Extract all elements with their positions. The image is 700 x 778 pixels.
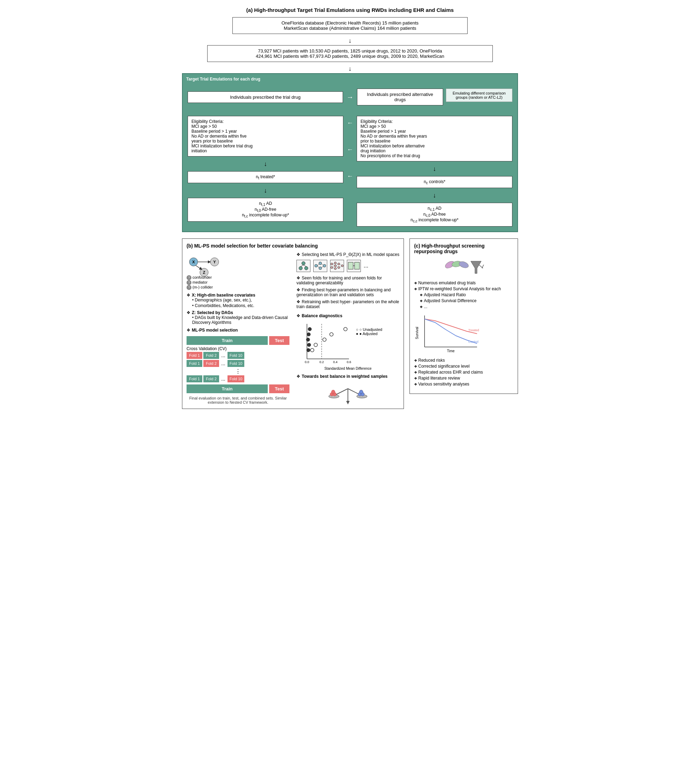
- c-bot-5: Various sensitivity analyses: [414, 382, 513, 387]
- svg-point-13: [315, 264, 317, 267]
- c-bot-4: Rapid literature review: [414, 376, 513, 381]
- treated-box: nt treated*: [188, 171, 343, 183]
- svg-rect-40: [355, 262, 360, 269]
- svg-text:0.4: 0.4: [333, 360, 338, 364]
- balance-scale: [297, 382, 399, 404]
- survival-chart: Survival Time Treated Control: [414, 312, 513, 355]
- svg-point-22: [331, 267, 333, 269]
- x-bullets: Demographics (age, sex, etc.), Comorbidi…: [192, 297, 290, 308]
- arrow-elig: ←: [347, 119, 353, 127]
- svg-line-12: [303, 265, 306, 267]
- fold1-green-2: Fold 1: [187, 360, 202, 367]
- elig-left: Eligibility Criteria: MCI age > 50 Basel…: [188, 116, 343, 157]
- section-c: (c) High-throughput screening repurposin…: [410, 239, 518, 394]
- col1-header-box: Individuals prescribed the trial drug: [188, 92, 343, 103]
- section-b-title: (b) ML-PS model selection for better cov…: [187, 243, 399, 249]
- fold-row-last: Fold 1 Fold 2 ... Fold 10: [187, 376, 290, 382]
- svg-point-56: [306, 338, 310, 341]
- svg-line-36: [337, 267, 338, 269]
- c-bottom-bullets: Reduced risks Corrected significance lev…: [414, 358, 513, 387]
- svg-line-33: [337, 263, 338, 264]
- train-bar-bottom: Train: [187, 384, 268, 393]
- survival-svg: Survival Time Treated Control: [414, 312, 480, 354]
- section-b: (b) ML-PS model selection for better cov…: [182, 239, 404, 409]
- selecting-label: ❖Selecting best ML-PS P_Θ(Z|X) in ML mod…: [297, 252, 399, 257]
- test-bar-bottom: Test: [269, 384, 290, 393]
- c-bot-2: Corrected significance level: [414, 364, 513, 369]
- mlps-label-area: ❖ML-PS model selection: [187, 328, 290, 332]
- train-test-row-main: Train Test: [187, 336, 290, 345]
- fold-row-1: Fold 1 Fold 2 ... Fold 10: [187, 352, 290, 359]
- model-icons-row: ...: [297, 260, 399, 272]
- arrow-treat: ←: [347, 146, 353, 154]
- fold2-red-2: Fold 2: [203, 360, 219, 367]
- model-dots: ...: [363, 262, 368, 269]
- c-bullets: Numerous emulated drug trials IPTW re-we…: [414, 280, 513, 309]
- fold10-green-1: Fold 10: [228, 352, 245, 359]
- svg-line-29: [333, 263, 334, 264]
- svg-line-11: [301, 265, 303, 267]
- db-line1: OneFlorida database (Electronic Health R…: [237, 20, 463, 25]
- arrow-down-2: ↓: [182, 65, 518, 72]
- model-icon-box: [347, 260, 361, 272]
- svg-point-26: [338, 263, 340, 265]
- svg-point-66: [332, 390, 335, 394]
- section-c-title: (c) High-throughput screening repurposin…: [414, 243, 513, 254]
- fold-row-2: Fold 1 Fold 2 ... Fold 10: [187, 360, 290, 367]
- svg-point-16: [323, 264, 326, 267]
- c-sub-1: Adjusted Hazard Ratio: [420, 292, 513, 297]
- tte-box: Target Trial Emulations for each drug In…: [182, 73, 518, 232]
- svg-point-54: [308, 327, 312, 331]
- section-a: (a) High-throughput Target Trial Emulati…: [182, 7, 518, 232]
- svg-point-50: [330, 332, 333, 336]
- vertical-dots: ⋮: [187, 368, 290, 375]
- inter-col-arrows: ← ← ←: [347, 116, 353, 227]
- svg-text:Z: Z: [203, 270, 205, 274]
- outcome-left: nt,1 AD nt,0 AD-free nt,c incomplete fol…: [188, 198, 343, 221]
- fold1-red-1: Fold 1: [187, 352, 202, 359]
- q-collider: ?: [187, 285, 192, 290]
- svg-point-21: [331, 263, 333, 265]
- c-sub-2: Adjusted Survival Difference: [420, 298, 513, 303]
- col2-header: Individuals prescribed alternative drugs: [357, 88, 443, 105]
- c-bullet-2: IPTW re-weighted Survival Analysis for e…: [414, 286, 513, 291]
- fold1-green-last: Fold 1: [187, 376, 202, 382]
- svg-point-25: [334, 267, 337, 270]
- arrow-elig-right: ↓: [357, 165, 512, 172]
- arrow-out: ←: [347, 173, 353, 180]
- train-test-row-bottom: Train Test: [187, 384, 290, 393]
- balance-label-area: ❖Balance diagnostics: [297, 313, 399, 318]
- arrow-treated: ↓: [188, 187, 343, 194]
- svg-text:Y: Y: [213, 260, 216, 264]
- model-icon-deep: [330, 260, 344, 272]
- seen-folds-text: ❖Seen folds for training and unseen fold…: [297, 275, 399, 285]
- b-left-panel: X Y Z ?confounder: [187, 252, 290, 404]
- c-bot-3: Replicated across EHR and claims: [414, 370, 513, 375]
- test-bar-main: Test: [269, 336, 290, 345]
- svg-point-27: [338, 267, 340, 269]
- svg-point-53: [310, 348, 314, 352]
- balance-plot-area: 0.0 0.2 0.4 0.6: [297, 321, 399, 366]
- svg-text:Control: Control: [468, 340, 478, 344]
- svg-line-31: [333, 266, 334, 267]
- fold-dots-1: ...: [221, 352, 225, 358]
- section-a-title: (a) High-throughput Target Trial Emulati…: [182, 7, 518, 13]
- svg-line-20: [322, 267, 323, 267]
- outcome-right: nc,1 AD nc,0 AD-free nc,c incomplete fol…: [357, 203, 512, 226]
- svg-marker-70: [346, 401, 350, 404]
- c-icons: [414, 258, 513, 278]
- svg-point-14: [319, 262, 322, 265]
- svg-line-30: [333, 264, 334, 266]
- svg-line-7: [196, 265, 202, 270]
- svg-text:0.2: 0.2: [320, 360, 324, 364]
- db-line2: MarketScan database (Administrative Clai…: [237, 25, 463, 31]
- fold10-red-last: Fold 10: [228, 376, 245, 382]
- svg-point-15: [319, 267, 322, 270]
- c-bot-1: Reduced risks: [414, 358, 513, 363]
- right-col: Eligibility Criteria: MCI age > 50 Basel…: [357, 116, 512, 227]
- z-label: ❖Z: Selected by DAGs: [187, 310, 290, 315]
- svg-line-37: [340, 264, 341, 265]
- train-bar-main: Train: [187, 336, 268, 345]
- sections-bc: (b) ML-PS model selection for better cov…: [182, 239, 518, 409]
- svg-point-49: [344, 327, 347, 331]
